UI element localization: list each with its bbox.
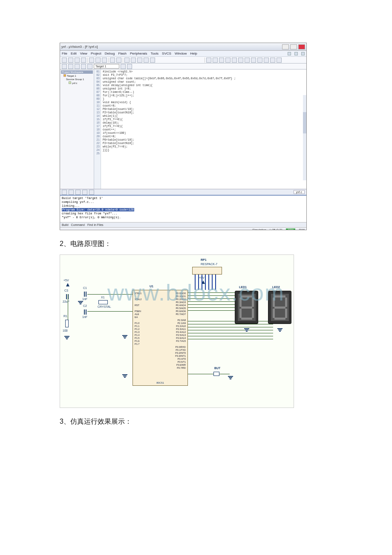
led1-display [235, 291, 258, 324]
rp1-sub: RESPACK-7 [201, 263, 217, 266]
save-icon[interactable] [75, 58, 80, 63]
saveall-icon[interactable] [81, 58, 86, 63]
gnd-icon [277, 328, 282, 332]
status-rw: R/W [299, 228, 305, 230]
tab-icon[interactable] [75, 190, 81, 195]
menu-item[interactable]: Project [91, 52, 101, 55]
cut-icon[interactable] [89, 58, 94, 63]
download-icon[interactable] [87, 64, 92, 69]
button-symbol [213, 372, 219, 376]
x1-value: CRYSTAL [98, 305, 111, 308]
menu-item[interactable]: Peripherals [130, 52, 147, 55]
code-text[interactable]: #include <reg51.h> sbit P3_7=P3^7; unsig… [101, 69, 306, 189]
section-title-circuit: 2、电路原理图： [60, 240, 332, 249]
books-icon[interactable] [127, 64, 132, 69]
sub-close-icon[interactable] [301, 52, 305, 55]
vcc-arrow-icon [66, 283, 69, 286]
u1-sub: 80C51 [156, 382, 164, 384]
workspace-title: Project Workspace [61, 70, 93, 74]
editor-scrollbar[interactable] [303, 95, 306, 180]
menu-item[interactable]: Window [175, 52, 187, 55]
run-icon[interactable] [238, 58, 243, 63]
stop-icon[interactable] [245, 58, 250, 63]
outdent-icon[interactable] [131, 58, 136, 63]
tab-icon[interactable] [69, 190, 74, 195]
minimize-icon[interactable] [282, 44, 289, 49]
tab-icon[interactable] [62, 190, 67, 195]
x1-label: X1 [101, 296, 105, 299]
c1-label: C1 [83, 286, 87, 289]
ide-body: Project Workspace Target 1 Source Group … [60, 69, 306, 189]
findall-icon[interactable] [150, 58, 155, 63]
redo-icon[interactable] [116, 58, 121, 63]
build-icon[interactable] [68, 64, 73, 69]
bookmark-icon[interactable] [137, 58, 142, 63]
rp1-pack [192, 267, 222, 275]
output-tab[interactable]: Find in Files [87, 223, 104, 226]
section-title-sim: 3、仿真运行效果展示： [60, 417, 332, 426]
debug-icon[interactable] [206, 58, 211, 63]
sub-minimize-icon[interactable] [288, 52, 291, 55]
rp1-label: RP1 [201, 258, 207, 261]
tree-group[interactable]: Source Group 1 [61, 78, 93, 81]
open-icon[interactable] [68, 58, 73, 63]
step-icon[interactable] [219, 58, 224, 63]
gnd-icon [244, 328, 249, 332]
analyze-icon[interactable] [257, 58, 262, 63]
menu-item[interactable]: SVCS [162, 52, 171, 55]
menu-item[interactable]: Edit [71, 52, 77, 55]
tab-icon[interactable] [82, 190, 87, 195]
editor-file-tab[interactable]: yxf.c [294, 190, 305, 194]
r1-value: 100 [63, 329, 68, 332]
workspace-bottom-tabs: yxf.c [60, 189, 306, 195]
r1-resistor [65, 320, 69, 327]
watch-icon[interactable] [264, 58, 269, 63]
perf-icon[interactable] [277, 58, 282, 63]
sub-restore-icon[interactable] [294, 52, 298, 55]
tree-target[interactable]: Target 1 [61, 74, 93, 78]
ide-menubar: File Edit View Project Debug Flash Perip… [60, 51, 306, 57]
target-select[interactable]: Target 1 [94, 64, 119, 69]
menu-item[interactable]: Flash [118, 52, 127, 55]
compile-icon[interactable] [62, 64, 67, 69]
menu-item[interactable]: Tools [150, 52, 159, 55]
rebuild-icon[interactable] [75, 64, 80, 69]
led2-label: LED2 [272, 286, 280, 289]
vcc-label: +5V [63, 279, 69, 282]
c3-value: 22uF [63, 300, 69, 303]
indent-icon[interactable] [124, 58, 130, 63]
new-icon[interactable] [62, 58, 67, 63]
status-pct: 33% [286, 228, 295, 230]
stepover-icon[interactable] [225, 58, 231, 63]
close-icon[interactable] [298, 44, 305, 49]
maximize-icon[interactable] [290, 44, 297, 49]
build-output: Build target 'Target 1' compiling yxf.c.… [60, 195, 306, 222]
output-tabs: Build Command Find in Files [60, 222, 306, 227]
find-icon[interactable] [144, 58, 149, 63]
code-editor[interactable]: 0102030405060708091011121314151617181920… [94, 69, 306, 189]
output-tab[interactable]: Build [62, 223, 69, 226]
project-workspace: Project Workspace Target 1 Source Group … [60, 69, 94, 189]
undo-icon[interactable] [110, 58, 115, 63]
stopbuild-icon[interactable] [81, 64, 86, 69]
output-line: "yxf" - 0 Error(s), 0 Warning(s). [62, 216, 305, 220]
copy-icon[interactable] [95, 58, 101, 63]
menu-item[interactable]: View [80, 52, 87, 55]
output-line: linking... [62, 204, 305, 208]
reset-icon[interactable] [251, 58, 256, 63]
paste-icon[interactable] [102, 58, 107, 63]
tab-icon[interactable] [89, 190, 94, 195]
output-tab[interactable]: Command [71, 223, 85, 226]
stepout-icon[interactable] [232, 58, 237, 63]
c2-cap [84, 309, 86, 315]
menu-item[interactable]: Help [190, 52, 197, 55]
output-line: creating hex file from "yxf"... [62, 212, 305, 216]
ide-toolbar-main [60, 57, 306, 64]
tree-file[interactable]: yxf.c [61, 81, 93, 85]
options-icon[interactable] [121, 64, 126, 69]
mem-icon[interactable] [270, 58, 275, 63]
led2-display [268, 291, 291, 324]
menu-item[interactable]: File [62, 52, 67, 55]
breakpoint-icon[interactable] [213, 58, 218, 63]
menu-item[interactable]: Debug [105, 52, 115, 55]
